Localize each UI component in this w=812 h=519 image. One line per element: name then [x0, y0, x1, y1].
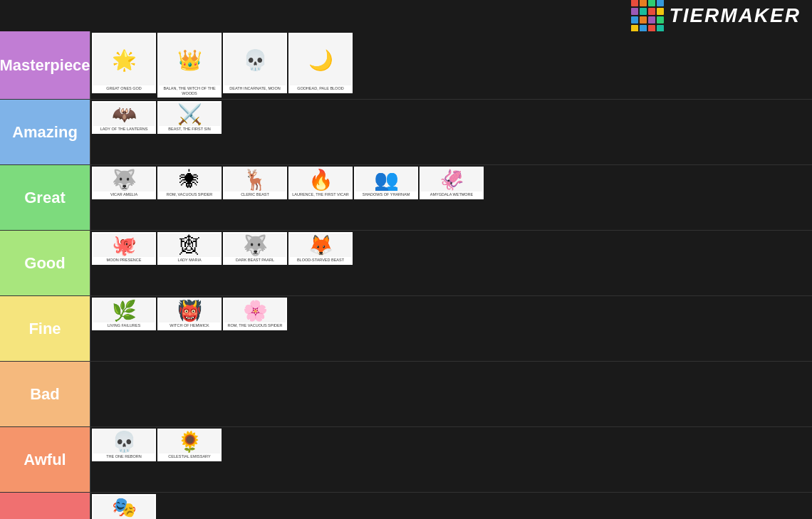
card-label: MOON PRESENCE: [93, 257, 155, 263]
card-image: 🐺: [224, 234, 286, 257]
card-image: 👹: [159, 299, 220, 323]
card-label: AMYGDALA WETMORE: [421, 192, 482, 198]
tier-card[interactable]: 🔥LAURENCE, THE FIRST VICAR: [288, 167, 353, 199]
tier-card[interactable]: 🐺VICAR AMELIA: [92, 167, 156, 199]
logo-grid: [631, 0, 664, 32]
tier-content-great[interactable]: 🐺VICAR AMELIA🕷ROM, VACUOUS SPIDER🦌CLERIC…: [90, 165, 812, 230]
tier-card[interactable]: 🌻CELESTIAL EMISSARY: [157, 429, 222, 461]
tier-card[interactable]: 🦇LADY OF THE LANTERNS: [92, 101, 156, 134]
tier-card[interactable]: 🌟GREAT ONES GOD: [92, 33, 156, 93]
logo-text: TierMaker: [670, 4, 801, 27]
card-image: 🌟: [93, 34, 155, 85]
tier-content-worst[interactable]: 🎭MICOLASH, HOST OF THE NIGHTMARE: [90, 493, 812, 519]
tier-row-bad: Bad: [0, 362, 812, 427]
tier-card[interactable]: 💀THE ONE REBORN: [92, 429, 156, 461]
card-image: 🕸: [159, 234, 220, 257]
tier-label-awful: Awful: [0, 427, 90, 492]
tier-content-masterpiece[interactable]: 🌟GREAT ONES GOD👑BALAN, THE WITCH OF THE …: [90, 31, 812, 99]
tier-label-masterpiece: Masterpiece: [0, 31, 90, 99]
tier-row-awful: Awful💀THE ONE REBORN🌻CELESTIAL EMISSARY: [0, 427, 812, 493]
tier-row-amazing: Amazing🦇LADY OF THE LANTERNS⚔️BEAST, THE…: [0, 100, 812, 165]
tier-card[interactable]: 🐙MOON PRESENCE: [92, 232, 156, 265]
card-image: 🌿: [93, 299, 155, 323]
tier-content-bad[interactable]: [90, 362, 812, 426]
header: TierMaker: [0, 0, 812, 31]
tier-card[interactable]: 🕷ROM, VACUOUS SPIDER: [157, 167, 222, 199]
tier-card[interactable]: 🌿LIVING FAILURES: [92, 298, 156, 330]
card-label: THE ONE REBORN: [93, 454, 155, 460]
card-image: 🎭: [93, 496, 155, 519]
tier-row-masterpiece: Masterpiece🌟GREAT ONES GOD👑BALAN, THE WI…: [0, 31, 812, 100]
card-image: 💀: [93, 430, 155, 454]
card-label: LAURENCE, THE FIRST VICAR: [290, 192, 351, 198]
tier-content-amazing[interactable]: 🦇LADY OF THE LANTERNS⚔️BEAST, THE FIRST …: [90, 100, 812, 164]
card-label: CELESTIAL EMISSARY: [159, 454, 220, 460]
tier-content-fine[interactable]: 🌿LIVING FAILURES👹WITCH OF HEMWICK🌸ROM, T…: [90, 296, 812, 361]
tier-row-worst: Worst🎭MICOLASH, HOST OF THE NIGHTMARE: [0, 493, 812, 519]
card-label: LIVING FAILURES: [93, 323, 155, 329]
tier-card[interactable]: 🦌CLERIC BEAST: [223, 167, 287, 199]
card-label: VICAR AMELIA: [93, 192, 155, 198]
card-label: BALAN, THE WITCH OF THE WOODS: [159, 85, 220, 96]
tier-label-great: Great: [0, 165, 90, 230]
card-label: DEATH INCARNATE, MOON: [224, 85, 286, 92]
card-image: 🌻: [159, 430, 220, 454]
tier-card[interactable]: 👥SHADOWS OF YHARNAM: [354, 167, 418, 199]
card-image: 🕷: [159, 168, 220, 192]
tier-card[interactable]: 🐺DARK BEAST PAARL: [223, 232, 287, 265]
tier-card[interactable]: 👑BALAN, THE WITCH OF THE WOODS: [157, 33, 222, 98]
tier-card[interactable]: ⚔️BEAST, THE FIRST SIN: [157, 101, 222, 134]
tier-card[interactable]: 🦊BLOOD-STARVED BEAST: [288, 232, 353, 265]
card-label: DARK BEAST PAARL: [224, 257, 286, 263]
card-label: GREAT ONES GOD: [93, 85, 155, 92]
tier-label-amazing: Amazing: [0, 100, 90, 164]
card-image: 💀: [224, 34, 286, 85]
card-image: ⚔️: [159, 103, 220, 126]
card-image: 🔥: [290, 168, 351, 192]
tier-label-fine: Fine: [0, 296, 90, 361]
card-image: 🐙: [93, 234, 155, 257]
card-image: 🦊: [290, 234, 351, 257]
card-label: BEAST, THE FIRST SIN: [159, 126, 220, 132]
tier-label-bad: Bad: [0, 362, 90, 426]
tier-content-awful[interactable]: 💀THE ONE REBORN🌻CELESTIAL EMISSARY: [90, 427, 812, 492]
card-image: 🌸: [224, 299, 286, 323]
tier-content-good[interactable]: 🐙MOON PRESENCE🕸LADY MARIA🐺DARK BEAST PAA…: [90, 231, 812, 295]
tier-row-fine: Fine🌿LIVING FAILURES👹WITCH OF HEMWICK🌸RO…: [0, 296, 812, 362]
card-image: 🌙: [290, 34, 351, 85]
tier-row-great: Great🐺VICAR AMELIA🕷ROM, VACUOUS SPIDER🦌C…: [0, 165, 812, 231]
card-label: CLERIC BEAST: [224, 192, 286, 198]
tier-label-worst: Worst: [0, 493, 90, 519]
card-label: ROM, VACUOUS SPIDER: [159, 192, 220, 198]
tier-card[interactable]: 💀DEATH INCARNATE, MOON: [223, 33, 287, 93]
card-label: WITCH OF HEMWICK: [159, 323, 220, 329]
tier-card[interactable]: 🕸LADY MARIA: [157, 232, 222, 265]
logo: TierMaker: [631, 0, 801, 32]
card-image: 🦇: [93, 103, 155, 126]
card-image: 👥: [355, 168, 417, 192]
card-label: GODHEAD, PALE BLOOD: [290, 85, 351, 92]
card-label: SHADOWS OF YHARNAM: [355, 192, 417, 198]
tier-list: Masterpiece🌟GREAT ONES GOD👑BALAN, THE WI…: [0, 31, 812, 519]
card-image: 🦌: [224, 168, 286, 192]
tier-card[interactable]: 🌸ROM, THE VACUOUS SPIDER: [223, 298, 287, 330]
card-image: 👑: [159, 34, 220, 85]
tier-card[interactable]: 🎭MICOLASH, HOST OF THE NIGHTMARE: [92, 494, 156, 519]
tier-card[interactable]: 🦑AMYGDALA WETMORE: [420, 167, 484, 199]
card-image: 🦑: [421, 168, 482, 192]
tier-label-good: Good: [0, 231, 90, 295]
card-label: ROM, THE VACUOUS SPIDER: [224, 323, 286, 329]
card-label: BLOOD-STARVED BEAST: [290, 257, 351, 263]
tier-row-good: Good🐙MOON PRESENCE🕸LADY MARIA🐺DARK BEAST…: [0, 231, 812, 296]
tier-card[interactable]: 👹WITCH OF HEMWICK: [157, 298, 222, 330]
card-label: LADY OF THE LANTERNS: [93, 126, 155, 132]
card-image: 🐺: [93, 168, 155, 192]
tier-card[interactable]: 🌙GODHEAD, PALE BLOOD: [288, 33, 353, 93]
card-label: LADY MARIA: [159, 257, 220, 263]
